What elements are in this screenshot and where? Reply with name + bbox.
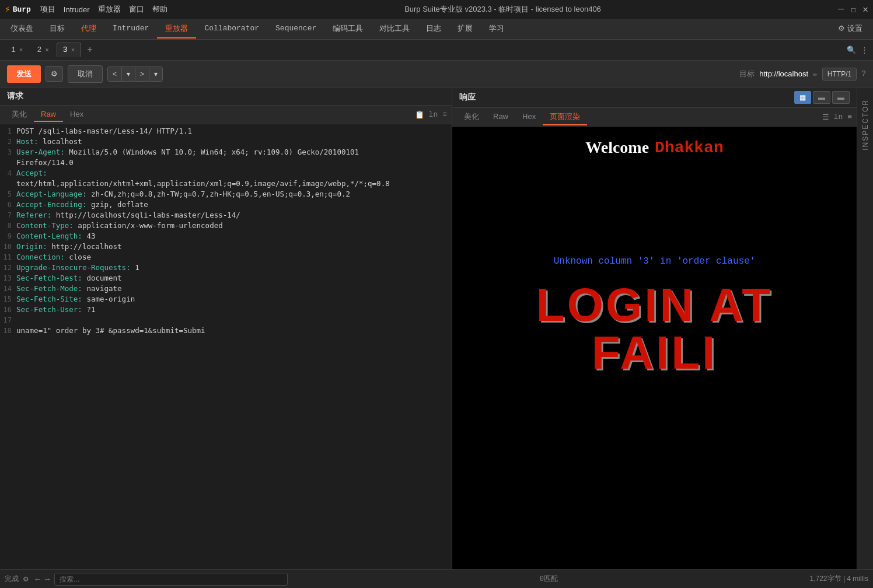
prev-button[interactable]: <	[108, 67, 121, 81]
tab-intruder[interactable]: Intruder	[104, 20, 157, 37]
bottom-bar: 完成 ⚙ ← → 0匹配 1,722字节 | 4 millis	[0, 569, 873, 588]
more-options-icon[interactable]: ⋮	[861, 46, 868, 55]
subtab-3-close[interactable]: ×	[71, 47, 75, 54]
req-tab-hex[interactable]: Hex	[63, 107, 90, 122]
inspector-label[interactable]: INSPECTOR	[861, 99, 869, 150]
request-menu-icon[interactable]: ≡	[442, 110, 447, 120]
code-line-17: 17	[0, 316, 452, 326]
tab-proxy[interactable]: 代理	[73, 20, 104, 38]
code-line-2: 2 Host: localhost	[0, 137, 452, 148]
subtab-2-close[interactable]: ×	[45, 47, 49, 54]
tab-settings[interactable]: ⚙ 设置	[830, 20, 871, 38]
request-format-icon[interactable]: 📋	[415, 110, 424, 120]
send-button[interactable]: 发送	[7, 65, 41, 83]
tab-sequencer[interactable]: Sequencer	[267, 20, 324, 37]
username-text: Dhakkan	[655, 139, 724, 157]
subtab-3[interactable]: 3 ×	[57, 43, 81, 57]
resp-tab-raw[interactable]: Raw	[486, 110, 515, 124]
code-line-3: 3 User-Agent: Mozilla/5.0 (Windows NT 10…	[0, 148, 452, 158]
request-body[interactable]: 1 POST /sqli-labs-master/Less-14/ HTTP/1…	[0, 124, 452, 569]
subtab-1-close[interactable]: ×	[19, 47, 23, 54]
target-url: http://localhost	[759, 69, 808, 78]
view-toggle: ▦ ▬ ▬	[794, 91, 850, 104]
request-tab-icons: 📋 ln ≡	[415, 110, 447, 120]
subtabs: 1 × 2 × 3 × + 🔍 ⋮	[0, 40, 873, 61]
request-panel: 请求 美化 Raw Hex 📋 ln ≡ 1 POST /sqli-labs-m…	[0, 88, 452, 569]
inspector-panel: INSPECTOR	[857, 88, 873, 569]
close-button[interactable]: ✕	[862, 4, 868, 15]
code-line-6: 6 Accept-Encoding: gzip, deflate	[0, 200, 452, 211]
code-line-10: 10 Origin: http://localhost	[0, 242, 452, 253]
target-label: 目标	[739, 69, 755, 79]
add-tab-button[interactable]: +	[82, 43, 97, 58]
error-message: Unknown column '3' in 'order clause'	[554, 256, 756, 267]
minimize-button[interactable]: —	[838, 4, 844, 15]
code-line-4: 4 Accept:	[0, 169, 452, 179]
tab-learn[interactable]: 学习	[481, 20, 512, 38]
resp-tab-pretty[interactable]: 美化	[457, 109, 486, 125]
menu-item-intruder[interactable]: Intruder	[64, 5, 90, 14]
code-line-1: 1 POST /sqli-labs-master/Less-14/ HTTP/1…	[0, 127, 452, 137]
view-vertical-button[interactable]: ▬	[832, 91, 850, 104]
action-bar: 发送 ⚙ 取消 < ▾ > ▾ 目标 http://localhost ✏ HT…	[0, 61, 873, 88]
main-toolbar: 仪表盘 目标 代理 Intruder 重放器 Collaborator Sequ…	[0, 19, 873, 40]
rendered-page: Welcome Dhakkan Unknown column '3' in 'o…	[452, 127, 857, 569]
tab-encoder[interactable]: 编码工具	[324, 20, 371, 38]
help-icon[interactable]: ?	[861, 69, 866, 78]
search-icon[interactable]: 🔍	[847, 46, 856, 55]
menu-item-help[interactable]: 帮助	[152, 4, 167, 15]
tab-collaborator[interactable]: Collaborator	[196, 20, 267, 37]
forward-icon[interactable]: →	[45, 575, 50, 584]
response-list-icon[interactable]: ☰	[822, 113, 829, 122]
back-icon[interactable]: ←	[35, 575, 40, 584]
http-version-button[interactable]: HTTP/1	[822, 68, 857, 80]
view-horizontal-button[interactable]: ▬	[813, 91, 830, 104]
menu-item-repeater[interactable]: 重放器	[98, 4, 121, 15]
view-split-button[interactable]: ▦	[794, 91, 811, 104]
request-title: 请求	[7, 91, 23, 102]
request-panel-header: 请求	[0, 88, 452, 106]
search-input[interactable]	[54, 573, 288, 586]
request-ln-icon[interactable]: ln	[429, 110, 438, 120]
resp-tab-render[interactable]: 页面渲染	[543, 109, 587, 125]
window-controls: — ☐ ✕	[838, 4, 868, 15]
app-name[interactable]: Burp	[13, 5, 31, 14]
edit-target-icon[interactable]: ✏	[813, 69, 818, 79]
response-panel-header: 响应 ▦ ▬ ▬	[452, 88, 857, 108]
code-line-9: 9 Content-Length: 43	[0, 232, 452, 242]
response-panel: 响应 ▦ ▬ ▬ 美化 Raw Hex 页面渲染 ☰ ln ≡ Welcome …	[452, 88, 857, 569]
tab-logger[interactable]: 日志	[418, 20, 449, 38]
prev-dropdown-button[interactable]: ▾	[121, 67, 135, 81]
resp-tab-hex[interactable]: Hex	[515, 110, 543, 124]
response-tabs: 美化 Raw Hex 页面渲染 ☰ ln ≡	[452, 108, 857, 127]
tab-repeater[interactable]: 重放器	[157, 20, 196, 38]
status-text: 完成	[5, 574, 19, 584]
response-ln-icon[interactable]: ln	[834, 113, 843, 122]
bottom-gear-icon[interactable]: ⚙	[23, 574, 28, 584]
menu-item-window[interactable]: 窗口	[129, 4, 144, 15]
window-title: Burp Suite专业版 v2023.3 - 临时项目 - licensed …	[167, 4, 839, 15]
code-line-7: 7 Referer: http://localhost/sqli-labs-ma…	[0, 211, 452, 221]
req-tab-raw[interactable]: Raw	[34, 107, 63, 122]
login-fail-text: FAILI	[592, 326, 718, 380]
next-button[interactable]: >	[135, 67, 149, 81]
cancel-button[interactable]: 取消	[68, 65, 103, 83]
code-line-15: 15 Sec-Fetch-Site: same-origin	[0, 295, 452, 305]
tab-comparer[interactable]: 对比工具	[371, 20, 418, 38]
code-line-11: 11 Connection: close	[0, 253, 452, 263]
main-content: 请求 美化 Raw Hex 📋 ln ≡ 1 POST /sqli-labs-m…	[0, 88, 873, 569]
next-dropdown-button[interactable]: ▾	[149, 67, 162, 81]
settings-button[interactable]: ⚙	[46, 66, 63, 82]
tab-dashboard[interactable]: 仪表盘	[2, 20, 41, 38]
tab-target[interactable]: 目标	[41, 20, 73, 38]
subtab-2[interactable]: 2 ×	[30, 43, 55, 57]
response-tab-icons: ☰ ln ≡	[822, 113, 852, 122]
response-menu-icon[interactable]: ≡	[847, 113, 852, 122]
subtab-1[interactable]: 1 ×	[5, 43, 29, 57]
req-tab-pretty[interactable]: 美化	[5, 107, 34, 123]
maximize-button[interactable]: ☐	[851, 5, 855, 15]
menu-item-project[interactable]: 项目	[40, 4, 55, 15]
code-line-14: 14 Sec-Fetch-Mode: navigate	[0, 284, 452, 295]
code-line-16: 16 Sec-Fetch-User: ?1	[0, 305, 452, 316]
tab-extensions[interactable]: 扩展	[449, 20, 481, 38]
